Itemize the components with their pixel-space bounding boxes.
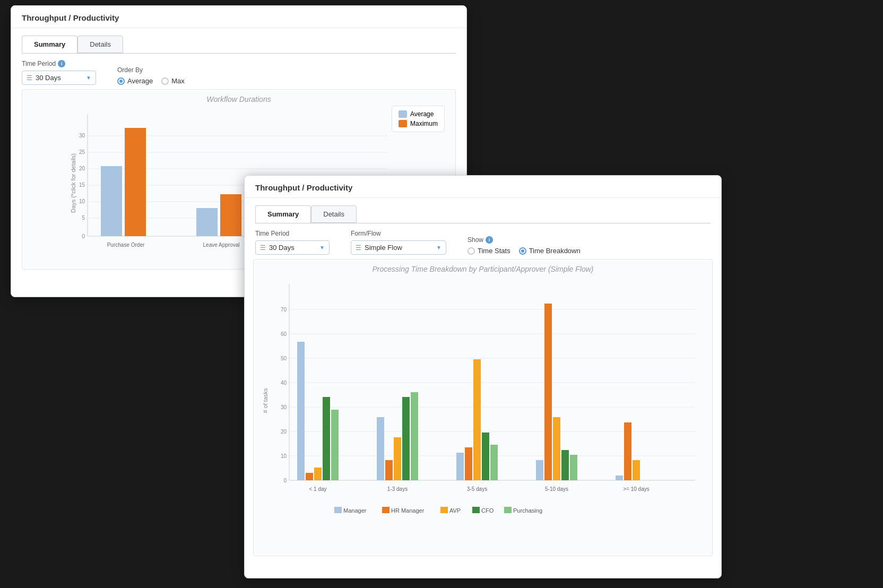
radio-dot-average bbox=[117, 77, 125, 85]
svg-text:60: 60 bbox=[281, 331, 287, 337]
g2-hrmanager[interactable] bbox=[385, 460, 393, 480]
g3-avp[interactable] bbox=[473, 359, 481, 480]
bar-la-max[interactable] bbox=[220, 194, 241, 236]
legend2-avp-color bbox=[440, 507, 448, 513]
g4-hrmanager[interactable] bbox=[544, 304, 552, 480]
time-period-group-2: Time Period ☰ 30 Days ▼ bbox=[255, 230, 330, 255]
panel-1-title: Throughput / Productivity bbox=[11, 6, 466, 28]
bar-po-max[interactable] bbox=[125, 128, 146, 236]
tab-details-1[interactable]: Details bbox=[77, 36, 123, 53]
svg-text:30: 30 bbox=[79, 133, 85, 139]
svg-text:Days (*click for details): Days (*click for details) bbox=[70, 153, 76, 213]
radio-dot-time-breakdown bbox=[519, 247, 526, 255]
legend2-cfo-label: CFO bbox=[481, 507, 494, 514]
g5-avp[interactable] bbox=[633, 460, 640, 480]
g2-manager[interactable] bbox=[377, 417, 384, 480]
svg-text:20: 20 bbox=[281, 429, 287, 435]
list-icon-1: ☰ bbox=[27, 74, 32, 82]
legend2-purchasing-label: Purchasing bbox=[513, 507, 542, 514]
legend2-cfo-color bbox=[472, 507, 480, 513]
controls-row-2: Time Period ☰ 30 Days ▼ Form/Flow ☰ Simp… bbox=[245, 223, 721, 259]
svg-text:5: 5 bbox=[82, 215, 85, 221]
radio-time-breakdown[interactable]: Time Breakdown bbox=[519, 247, 581, 255]
legend-color-maximum bbox=[399, 120, 407, 127]
g2-purchasing[interactable] bbox=[411, 392, 418, 480]
svg-text:25: 25 bbox=[79, 149, 85, 155]
radio-time-stats[interactable]: Time Stats bbox=[468, 247, 510, 255]
g4-purchasing[interactable] bbox=[570, 455, 577, 480]
g1-hrmanager[interactable] bbox=[306, 473, 313, 480]
radio-average[interactable]: Average bbox=[117, 77, 153, 85]
chart-legend-1: Average Maximum bbox=[392, 106, 445, 132]
time-period-group-1: Time Period i ☰ 30 Days ▼ bbox=[22, 60, 96, 85]
g3-hrmanager[interactable] bbox=[465, 447, 472, 480]
bar-po-avg[interactable] bbox=[101, 166, 122, 236]
controls-row-1: Time Period i ☰ 30 Days ▼ Order By Avera… bbox=[11, 54, 466, 89]
g5-manager[interactable] bbox=[616, 475, 623, 480]
svg-text:< 1 day: < 1 day bbox=[309, 486, 326, 492]
svg-text:20: 20 bbox=[79, 166, 85, 171]
show-label: Show i bbox=[468, 236, 581, 244]
g1-purchasing[interactable] bbox=[331, 410, 339, 480]
tab-details-2[interactable]: Details bbox=[311, 205, 357, 223]
legend-color-average bbox=[399, 110, 407, 118]
chevron-down-icon-1: ▼ bbox=[86, 75, 91, 81]
chart-area-2: Processing Time Breakdown by Participant… bbox=[253, 259, 713, 556]
form-flow-select[interactable]: ☰ Simple Flow ▼ bbox=[351, 240, 446, 255]
g5-hrmanager[interactable] bbox=[624, 422, 631, 480]
time-period-label-1: Time Period i bbox=[22, 60, 96, 67]
svg-text:# of tasks: # of tasks bbox=[262, 388, 269, 413]
g1-manager[interactable] bbox=[297, 342, 305, 480]
svg-text:40: 40 bbox=[281, 380, 287, 386]
chevron-down-icon-3: ▼ bbox=[436, 245, 442, 250]
legend2-hrmanager-color bbox=[382, 507, 389, 513]
svg-text:50: 50 bbox=[281, 356, 287, 361]
g1-cfo[interactable] bbox=[323, 397, 330, 480]
svg-text:0: 0 bbox=[283, 478, 287, 483]
order-by-group: Order By Average Max bbox=[117, 66, 185, 85]
legend2-purchasing-color bbox=[504, 507, 512, 513]
radio-dot-time-stats bbox=[468, 247, 475, 255]
bar-chart-2: # of tasks 0 10 20 30 40 50 60 70 bbox=[259, 279, 707, 523]
g3-cfo[interactable] bbox=[482, 433, 489, 480]
chevron-down-icon-2: ▼ bbox=[319, 245, 325, 250]
g4-avp[interactable] bbox=[553, 417, 560, 480]
svg-text:1-3 days: 1-3 days bbox=[387, 486, 408, 492]
svg-text:0: 0 bbox=[82, 234, 85, 239]
radio-dot-max bbox=[161, 77, 169, 85]
show-group: Show i Time Stats Time Breakdown bbox=[468, 236, 581, 255]
g2-cfo[interactable] bbox=[402, 397, 410, 480]
svg-text:3-5 days: 3-5 days bbox=[467, 486, 487, 492]
tab-summary-2[interactable]: Summary bbox=[255, 205, 311, 223]
g3-purchasing[interactable] bbox=[490, 445, 498, 480]
time-period-select-1[interactable]: ☰ 30 Days ▼ bbox=[22, 71, 96, 85]
panel-1-tabs: Summary Details bbox=[11, 28, 466, 53]
tab-summary-1[interactable]: Summary bbox=[22, 36, 77, 53]
radio-max[interactable]: Max bbox=[161, 77, 185, 85]
g4-manager[interactable] bbox=[536, 460, 543, 480]
legend2-hrmanager-label: HR Manager bbox=[391, 507, 425, 514]
show-info-icon[interactable]: i bbox=[486, 236, 493, 244]
svg-text:30: 30 bbox=[281, 404, 287, 410]
chart-title-2: Processing Time Breakdown by Participant… bbox=[259, 265, 707, 273]
svg-text:Leave Approval: Leave Approval bbox=[203, 242, 240, 248]
svg-text:10: 10 bbox=[281, 453, 287, 459]
legend2-manager-label: Manager bbox=[343, 507, 367, 514]
order-by-radios: Average Max bbox=[117, 77, 185, 85]
svg-text:Purchase Order: Purchase Order bbox=[107, 242, 145, 248]
time-period-value-1: 30 Days bbox=[36, 74, 83, 82]
svg-text:>= 10 days: >= 10 days bbox=[623, 486, 649, 492]
bar-la-avg[interactable] bbox=[196, 208, 218, 236]
time-period-select-2[interactable]: ☰ 30 Days ▼ bbox=[255, 240, 330, 255]
g2-avp[interactable] bbox=[394, 437, 401, 480]
list-icon-2: ☰ bbox=[260, 244, 266, 252]
svg-text:70: 70 bbox=[281, 307, 287, 313]
form-flow-value: Simple Flow bbox=[365, 244, 433, 252]
g1-avp[interactable] bbox=[314, 468, 322, 480]
g4-cfo[interactable] bbox=[561, 450, 569, 480]
show-radios: Time Stats Time Breakdown bbox=[468, 247, 581, 255]
svg-text:15: 15 bbox=[79, 182, 85, 188]
g3-manager[interactable] bbox=[456, 453, 464, 480]
panel-2-title: Throughput / Productivity bbox=[245, 176, 721, 198]
time-period-info-icon-1[interactable]: i bbox=[58, 60, 65, 67]
